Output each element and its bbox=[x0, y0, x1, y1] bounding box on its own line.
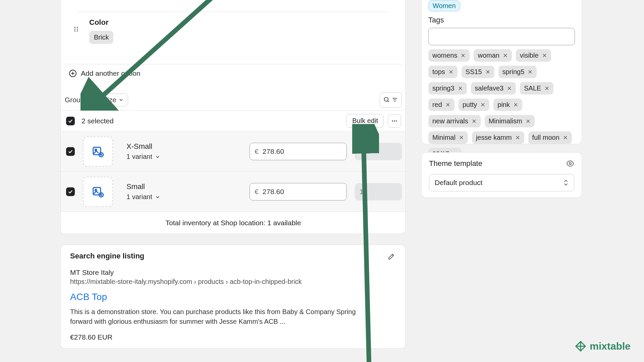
svg-point-2 bbox=[74, 28, 76, 30]
variant-price-input[interactable]: € 278.60 bbox=[250, 143, 347, 160]
variant-price-input[interactable]: € 278.60 bbox=[250, 183, 347, 200]
tag-chip[interactable]: visible bbox=[516, 49, 551, 62]
check-icon bbox=[67, 118, 73, 124]
tag-chip[interactable]: SALE bbox=[520, 82, 553, 95]
theme-template-label: Theme template bbox=[429, 159, 482, 168]
close-icon[interactable] bbox=[448, 69, 453, 74]
tag-chip[interactable]: full moon bbox=[528, 131, 572, 144]
svg-point-1 bbox=[77, 27, 78, 28]
variant-image-placeholder[interactable] bbox=[83, 177, 113, 207]
search-filter-button[interactable] bbox=[380, 92, 402, 108]
close-icon[interactable] bbox=[544, 86, 549, 91]
tags-label: Tags bbox=[428, 16, 444, 24]
tag-label: full moon bbox=[532, 134, 559, 141]
collection-chip[interactable]: Women bbox=[428, 0, 460, 11]
seo-description: This is a demonstration store. You can p… bbox=[70, 307, 379, 326]
tag-label: putty bbox=[463, 101, 477, 109]
variant-qty-input[interactable] bbox=[355, 143, 402, 160]
close-icon[interactable] bbox=[513, 102, 518, 107]
eye-icon[interactable] bbox=[566, 160, 574, 168]
more-icon bbox=[391, 118, 398, 124]
close-icon[interactable] bbox=[526, 119, 531, 124]
variant-row[interactable]: X-Small 1 variant € 278.60 bbox=[61, 131, 406, 171]
add-option-button[interactable]: Add another option bbox=[65, 64, 402, 82]
check-icon bbox=[67, 189, 73, 195]
image-add-icon bbox=[92, 185, 104, 198]
tag-chip[interactable]: pink bbox=[493, 99, 522, 111]
tag-label: jesse kamm bbox=[476, 134, 512, 141]
plus-circle-icon bbox=[69, 69, 77, 77]
tag-label: red bbox=[432, 101, 442, 109]
variant-subtitle[interactable]: 1 variant bbox=[126, 193, 160, 201]
mixtable-logo-text: mixtable bbox=[590, 341, 631, 352]
close-icon[interactable] bbox=[472, 119, 477, 124]
seo-card: Search engine listing MT Store Italy htt… bbox=[60, 245, 406, 349]
option-row-color[interactable]: Color Brick bbox=[77, 12, 389, 49]
svg-point-0 bbox=[74, 27, 76, 28]
tag-chip[interactable]: SS15 bbox=[462, 66, 494, 78]
variant-row[interactable]: Small 1 variant € 278.60 1 bbox=[61, 171, 406, 212]
tag-chip[interactable]: new arrivals bbox=[428, 115, 481, 127]
tag-chip[interactable]: Minimal bbox=[428, 131, 468, 144]
variant-subtitle[interactable]: 1 variant bbox=[126, 153, 160, 161]
variant-qty-input[interactable]: 1 bbox=[355, 183, 402, 200]
tag-chip[interactable]: putty bbox=[459, 99, 489, 111]
tag-chip[interactable]: tops bbox=[428, 66, 458, 78]
close-icon[interactable] bbox=[461, 53, 466, 58]
tags-input[interactable] bbox=[428, 28, 575, 45]
seo-price: €278.60 EUR bbox=[70, 333, 396, 341]
more-actions-button[interactable] bbox=[388, 114, 401, 128]
close-icon[interactable] bbox=[503, 53, 508, 58]
tag-chip[interactable]: Minimalism bbox=[485, 115, 535, 127]
select-all-checkbox[interactable] bbox=[66, 117, 75, 125]
close-icon[interactable] bbox=[445, 102, 450, 107]
seo-section-title: Search engine listing bbox=[70, 252, 144, 260]
tag-chip[interactable]: spring3 bbox=[428, 82, 467, 95]
svg-point-4 bbox=[74, 31, 76, 32]
pencil-icon[interactable] bbox=[388, 252, 396, 260]
tag-label: Minimalism bbox=[489, 117, 522, 125]
tag-label: spring5 bbox=[502, 68, 525, 76]
close-icon[interactable] bbox=[458, 86, 463, 91]
close-icon[interactable] bbox=[542, 53, 547, 58]
variant-checkbox[interactable] bbox=[66, 147, 75, 156]
close-icon[interactable] bbox=[515, 135, 520, 140]
seo-link-title[interactable]: ACB Top bbox=[70, 292, 396, 302]
variant-title: X-Small bbox=[126, 142, 160, 151]
tag-chip[interactable]: woman bbox=[474, 49, 512, 62]
bulk-edit-button[interactable]: Bulk edit bbox=[346, 114, 384, 128]
tag-chip[interactable]: womens bbox=[428, 49, 470, 62]
group-by-value: Size bbox=[103, 96, 116, 104]
variant-image-placeholder[interactable] bbox=[83, 136, 113, 167]
option-name: Color bbox=[89, 18, 108, 27]
tag-label: spring3 bbox=[432, 84, 454, 92]
group-by-select[interactable]: Size bbox=[98, 94, 128, 106]
svg-point-5 bbox=[77, 31, 78, 32]
chevron-down-icon bbox=[118, 97, 124, 103]
selection-header: 2 selected Bulk edit bbox=[61, 110, 406, 131]
close-icon[interactable] bbox=[528, 69, 533, 74]
variant-checkbox[interactable] bbox=[66, 187, 75, 196]
tag-label: woman bbox=[478, 52, 499, 59]
close-icon[interactable] bbox=[480, 102, 485, 107]
close-icon[interactable] bbox=[485, 69, 490, 74]
drag-handle-icon[interactable] bbox=[72, 25, 80, 34]
tag-label: tops bbox=[432, 68, 445, 76]
close-icon[interactable] bbox=[563, 135, 568, 140]
tag-chip[interactable]: red bbox=[428, 99, 454, 111]
tag-label: pink bbox=[497, 101, 510, 109]
tag-list: womenswomanvisibletopsSS15spring5spring3… bbox=[428, 49, 576, 160]
price-value: 278.60 bbox=[263, 188, 284, 196]
close-icon[interactable] bbox=[507, 86, 512, 91]
tag-label: salefave3 bbox=[475, 84, 504, 92]
option-value-chip[interactable]: Brick bbox=[89, 31, 113, 44]
tag-chip[interactable]: jesse kamm bbox=[472, 131, 524, 144]
close-icon[interactable] bbox=[459, 135, 464, 140]
tag-chip[interactable]: spring5 bbox=[498, 66, 537, 78]
svg-point-16 bbox=[396, 120, 397, 121]
theme-template-select[interactable]: Default product bbox=[429, 174, 574, 191]
price-value: 278.60 bbox=[263, 147, 284, 156]
group-by-label: Group by bbox=[65, 96, 94, 104]
tag-label: Minimal bbox=[432, 134, 455, 141]
tag-chip[interactable]: salefave3 bbox=[471, 82, 516, 95]
